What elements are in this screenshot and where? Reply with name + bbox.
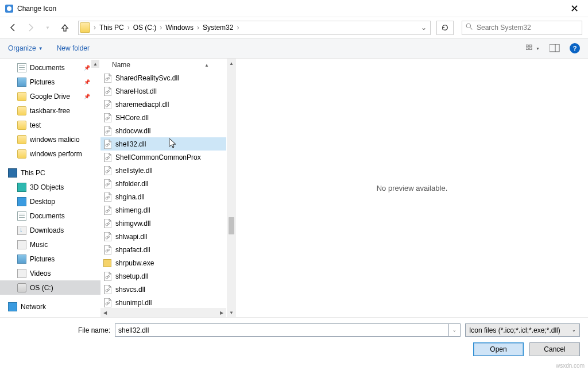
dl-icon (17, 226, 26, 235)
file-name: shpafact.dll (115, 246, 150, 254)
file-name: shrpubw.exe (115, 259, 154, 267)
toolbar: Organize▼ New folder ▼ ? (0, 38, 588, 59)
file-row[interactable]: shdocvw.dll (100, 124, 226, 137)
sidebar-item[interactable]: OS (C:) (0, 280, 100, 295)
address-bar[interactable]: › This PC › OS (C:) › Windows › System32… (78, 21, 431, 35)
dll-file-icon (103, 74, 112, 83)
file-row[interactable]: shimeng.dll (100, 203, 226, 217)
filename-input[interactable] (115, 323, 449, 337)
scroll-left-button[interactable]: ◀ (100, 308, 110, 317)
recent-dropdown[interactable]: ▼ (40, 20, 55, 35)
sidebar-item[interactable]: Documents (0, 209, 100, 223)
scroll-up-button[interactable]: ▲ (227, 59, 236, 68)
chevron-down-icon: ⌄ (572, 327, 576, 333)
folder-icon (17, 106, 26, 115)
back-button[interactable] (6, 20, 21, 35)
sidebar-item[interactable]: windows malicio (0, 132, 100, 147)
file-row[interactable]: shgina.dll (100, 190, 226, 203)
chevron-right-icon[interactable]: › (196, 24, 200, 32)
file-name: shsvcs.dll (115, 286, 145, 294)
organize-button[interactable]: Organize▼ (8, 44, 43, 52)
breadcrumb-segment[interactable]: System32 (200, 22, 235, 33)
breadcrumb-segment[interactable]: OS (C:) (131, 22, 159, 33)
horizontal-scrollbar[interactable]: ◀ ▶ (100, 308, 226, 317)
file-row[interactable]: shrpubw.exe (100, 256, 226, 269)
new-folder-button[interactable]: New folder (57, 44, 90, 52)
chevron-right-icon[interactable]: › (92, 24, 97, 32)
file-name: shunimpl.dll (115, 299, 152, 307)
dll-file-icon (103, 126, 112, 136)
view-mode-button[interactable]: ▼ (526, 43, 540, 54)
breadcrumb-segment[interactable]: Windows (163, 22, 196, 33)
pin-icon: 📌 (84, 65, 90, 71)
sidebar-item-label: taskbarx-free (30, 107, 70, 115)
search-input[interactable]: Search System32 (462, 21, 582, 35)
close-button[interactable]: ✕ (565, 2, 583, 15)
forward-button[interactable] (23, 20, 38, 35)
preview-pane-button[interactable] (548, 43, 562, 54)
svg-rect-8 (550, 44, 559, 52)
vid-icon (17, 269, 26, 278)
pic-icon (17, 255, 26, 264)
file-name: SharedRealitySvc.dll (115, 74, 179, 82)
sidebar-item[interactable]: Videos (0, 266, 100, 280)
file-row[interactable]: shellstyle.dll (100, 164, 226, 177)
sidebar-item[interactable]: Downloads (0, 223, 100, 237)
file-row[interactable]: sharemediacpl.dll (100, 98, 226, 111)
file-row[interactable]: shfolder.dll (100, 177, 226, 190)
help-button[interactable]: ? (570, 43, 580, 53)
breadcrumb-segment[interactable]: This PC (97, 22, 126, 33)
scroll-right-button[interactable]: ▶ (217, 308, 226, 317)
file-row[interactable]: shsetup.dll (100, 269, 226, 283)
search-placeholder: Search System32 (477, 24, 531, 32)
open-button[interactable]: Open (473, 342, 524, 356)
file-name: shell32.dll (115, 140, 146, 148)
sidebar-item[interactable]: Desktop (0, 194, 100, 209)
sort-indicator-icon: ▲ (204, 63, 209, 68)
file-row[interactable]: shunimpl.dll (100, 296, 226, 308)
sidebar-item-label: windows perform (30, 150, 82, 158)
sidebar-this-pc[interactable]: This PC (0, 165, 100, 180)
file-name: sharemediacpl.dll (115, 101, 169, 109)
sidebar-item-label: Documents (30, 64, 65, 72)
filename-dropdown[interactable]: ⌄ (449, 323, 461, 337)
file-row[interactable]: ShareHost.dll (100, 84, 226, 98)
file-row[interactable]: shell32.dll (100, 137, 226, 151)
chevron-right-icon[interactable]: › (158, 24, 163, 32)
sidebar-item[interactable]: 3D Objects (0, 180, 100, 194)
filetype-select[interactable]: Icon files (*.ico;*.icl;*.exe;*.dll) ⌄ (465, 323, 580, 337)
sidebar-item[interactable]: Pictures📌 (0, 75, 100, 89)
scrollbar-thumb[interactable] (229, 217, 234, 234)
sidebar-item[interactable]: Music (0, 237, 100, 252)
column-header-name[interactable]: Name ▲ (100, 59, 226, 71)
scroll-down-button[interactable]: ▼ (227, 308, 236, 317)
sidebar-item[interactable]: Documents📌 (0, 60, 100, 75)
chevron-right-icon[interactable]: › (235, 24, 240, 32)
file-row[interactable]: SHCore.dll (100, 111, 226, 124)
file-row[interactable]: shlwapi.dll (100, 230, 226, 243)
sidebar-item-label: Desktop (30, 198, 55, 206)
sidebar-item[interactable]: Pictures (0, 252, 100, 266)
file-row[interactable]: shimgvw.dll (100, 217, 226, 230)
sidebar-item[interactable]: windows perform (0, 147, 100, 161)
chevron-right-icon[interactable]: › (126, 24, 131, 32)
vertical-scrollbar[interactable]: ▲ ▼ (227, 59, 236, 317)
cancel-button[interactable]: Cancel (529, 342, 580, 356)
dll-file-icon (103, 179, 112, 188)
titlebar: Change Icon ✕ (0, 0, 588, 17)
sidebar-item-label: windows malicio (30, 136, 80, 144)
refresh-button[interactable] (436, 21, 454, 35)
file-row[interactable]: ShellCommonCommonProx (100, 151, 226, 164)
file-row[interactable]: shsvcs.dll (100, 283, 226, 296)
sidebar-item[interactable]: taskbarx-free (0, 103, 100, 118)
sidebar-item[interactable]: Google Drive📌 (0, 89, 100, 103)
sidebar-network[interactable]: Network (0, 299, 100, 314)
file-row[interactable]: shpafact.dll (100, 243, 226, 256)
address-dropdown[interactable]: ⌄ (417, 24, 430, 32)
up-button[interactable] (57, 20, 72, 35)
sidebar-item[interactable]: test (0, 118, 100, 132)
dll-file-icon (103, 206, 112, 215)
file-row[interactable]: SharedRealitySvc.dll (100, 71, 226, 84)
scroll-up-button[interactable]: ▲ (91, 60, 99, 68)
svg-point-2 (466, 24, 470, 28)
